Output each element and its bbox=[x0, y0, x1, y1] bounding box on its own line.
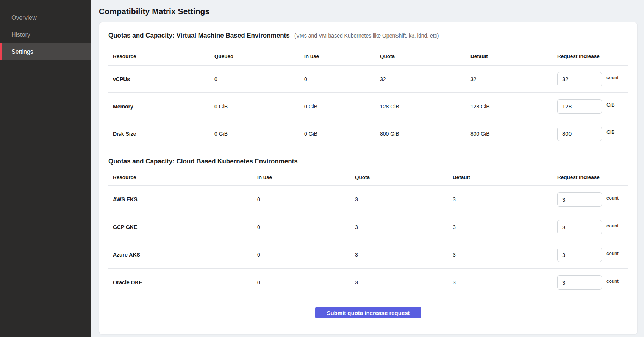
column-header-queued: Queued bbox=[210, 53, 300, 59]
app-window: Overview History Settings Compatibility … bbox=[0, 0, 644, 337]
request-increase-input[interactable] bbox=[557, 248, 602, 262]
resource-name: Oracle OKE bbox=[108, 279, 253, 285]
unit-label: count bbox=[606, 223, 619, 229]
in-use-value: 0 bbox=[253, 252, 350, 258]
unit-label: GiB bbox=[606, 129, 615, 135]
default-value: 32 bbox=[466, 76, 553, 82]
in-use-value: 0 GiB bbox=[300, 103, 375, 110]
section-subtitle: (VMs and VM-based Kubernetes like OpenSh… bbox=[294, 33, 439, 39]
request-increase-cell: count bbox=[553, 248, 628, 262]
request-increase-cell: count bbox=[553, 72, 628, 86]
page-title: Compatibility Matrix Settings bbox=[99, 7, 638, 16]
quota-value: 3 bbox=[350, 252, 448, 258]
table-row: Oracle OKE033count bbox=[108, 269, 628, 296]
column-header-default: Default bbox=[466, 53, 553, 59]
vm-quotas-table: ResourceQueuedIn useQuotaDefaultRequest … bbox=[108, 47, 628, 147]
cloud-k8s-quotas-table: ResourceIn useQuotaDefaultRequest Increa… bbox=[108, 169, 628, 296]
request-increase-input[interactable] bbox=[557, 127, 602, 141]
vm-quotas-heading: Quotas and Capacity: Virtual Machine Bas… bbox=[108, 31, 628, 40]
column-header-quota: Quota bbox=[375, 53, 466, 59]
column-header-quota: Quota bbox=[350, 174, 448, 180]
table-header-row: ResourceQueuedIn useQuotaDefaultRequest … bbox=[108, 47, 628, 66]
request-increase-input[interactable] bbox=[557, 220, 602, 234]
table-row: Memory0 GiB0 GiB128 GiB128 GiBGiB bbox=[108, 93, 628, 120]
section-title: Quotas and Capacity: Virtual Machine Bas… bbox=[108, 32, 290, 39]
resource-name: Azure AKS bbox=[108, 252, 253, 258]
queued-value: 0 GiB bbox=[210, 131, 300, 137]
sidebar-item-label: Overview bbox=[11, 14, 37, 21]
vm-quotas-section: Quotas and Capacity: Virtual Machine Bas… bbox=[108, 31, 628, 147]
in-use-value: 0 bbox=[253, 279, 350, 285]
default-value: 3 bbox=[448, 196, 553, 202]
sidebar-item-settings[interactable]: Settings bbox=[0, 43, 91, 60]
request-increase-input[interactable] bbox=[557, 275, 602, 290]
sidebar-item-history[interactable]: History bbox=[0, 26, 91, 43]
unit-label: count bbox=[606, 75, 619, 80]
quota-value: 3 bbox=[350, 279, 448, 285]
unit-label: count bbox=[606, 278, 619, 284]
in-use-value: 0 GiB bbox=[300, 131, 375, 137]
cloud-k8s-heading: Quotas and Capacity: Cloud Based Kuberne… bbox=[108, 157, 628, 165]
request-increase-cell: GiB bbox=[553, 99, 628, 114]
unit-label: count bbox=[606, 251, 619, 256]
column-header-in-use: In use bbox=[300, 53, 375, 59]
request-increase-input[interactable] bbox=[557, 99, 602, 114]
card-bottom-spacer bbox=[108, 318, 628, 325]
quota-value: 128 GiB bbox=[375, 103, 466, 110]
resource-name: vCPUs bbox=[108, 76, 210, 82]
quota-value: 3 bbox=[350, 196, 448, 202]
table-row: AWS EKS033count bbox=[108, 186, 628, 213]
quota-value: 800 GiB bbox=[375, 131, 466, 137]
column-header-resource: Resource bbox=[108, 53, 210, 59]
column-header-resource: Resource bbox=[108, 174, 253, 180]
actions-bar: Submit quota increase request bbox=[108, 307, 628, 318]
default-value: 3 bbox=[448, 252, 553, 258]
sidebar-item-label: History bbox=[11, 31, 30, 38]
default-value: 800 GiB bbox=[466, 131, 553, 137]
table-row: Azure AKS033count bbox=[108, 241, 628, 269]
resource-name: Disk Size bbox=[108, 131, 210, 137]
default-value: 3 bbox=[448, 224, 553, 230]
request-increase-cell: GiB bbox=[553, 127, 628, 141]
section-title: Quotas and Capacity: Cloud Based Kuberne… bbox=[108, 158, 298, 165]
column-header-request-increase: Request Increase bbox=[553, 174, 628, 180]
queued-value: 0 bbox=[210, 76, 300, 82]
sidebar: Overview History Settings bbox=[0, 0, 91, 337]
request-increase-cell: count bbox=[553, 192, 628, 207]
sidebar-item-label: Settings bbox=[11, 49, 33, 55]
request-increase-cell: count bbox=[553, 220, 628, 234]
table-row: GCP GKE033count bbox=[108, 213, 628, 241]
column-header-in-use: In use bbox=[253, 174, 350, 180]
resource-name: Memory bbox=[108, 103, 210, 110]
column-header-request-increase: Request Increase bbox=[553, 53, 628, 59]
column-header-default: Default bbox=[448, 174, 553, 180]
request-increase-input[interactable] bbox=[557, 192, 602, 207]
sidebar-item-overview[interactable]: Overview bbox=[0, 9, 91, 26]
submit-quota-increase-button[interactable]: Submit quota increase request bbox=[315, 307, 421, 318]
in-use-value: 0 bbox=[253, 196, 350, 202]
table-row: Disk Size0 GiB0 GiB800 GiB800 GiBGiB bbox=[108, 120, 628, 147]
main-content: Compatibility Matrix Settings Quotas and… bbox=[91, 0, 644, 337]
in-use-value: 0 bbox=[300, 76, 375, 82]
quota-value: 32 bbox=[375, 76, 466, 82]
cloud-k8s-quotas-section: Quotas and Capacity: Cloud Based Kuberne… bbox=[108, 157, 628, 296]
resource-name: AWS EKS bbox=[108, 196, 253, 202]
request-increase-cell: count bbox=[553, 275, 628, 290]
unit-label: GiB bbox=[606, 102, 615, 108]
resource-name: GCP GKE bbox=[108, 224, 253, 230]
unit-label: count bbox=[606, 195, 619, 201]
default-value: 128 GiB bbox=[466, 103, 553, 110]
settings-card: Quotas and Capacity: Virtual Machine Bas… bbox=[99, 22, 638, 334]
table-header-row: ResourceIn useQuotaDefaultRequest Increa… bbox=[108, 169, 628, 186]
queued-value: 0 GiB bbox=[210, 103, 300, 110]
table-row: vCPUs003232count bbox=[108, 66, 628, 93]
default-value: 3 bbox=[448, 279, 553, 285]
request-increase-input[interactable] bbox=[557, 72, 602, 86]
in-use-value: 0 bbox=[253, 224, 350, 230]
quota-value: 3 bbox=[350, 224, 448, 230]
